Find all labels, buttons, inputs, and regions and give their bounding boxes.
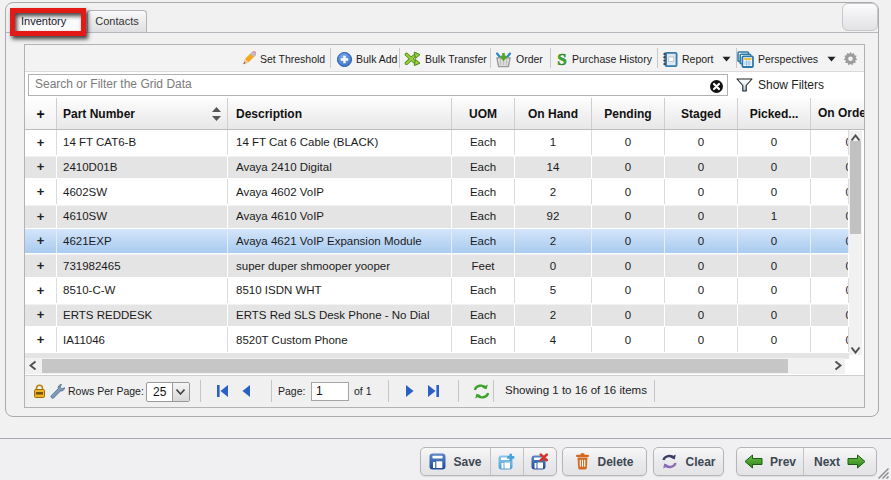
- svg-text:S: S: [557, 51, 566, 68]
